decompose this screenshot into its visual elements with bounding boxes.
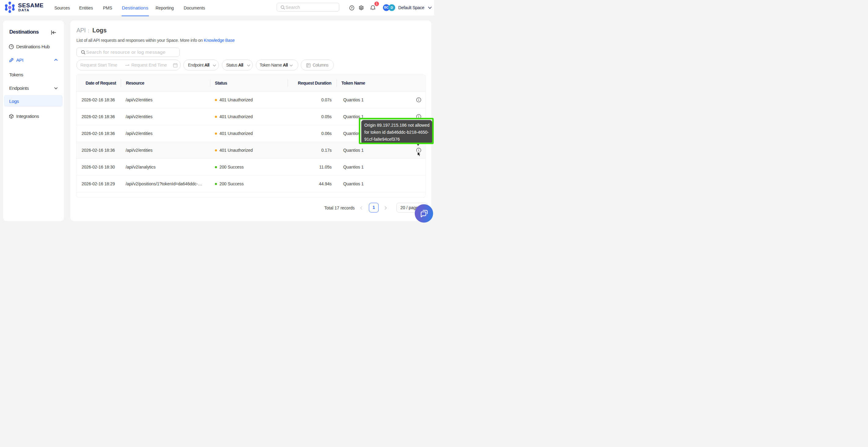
svg-text:?: ? [351,6,353,9]
